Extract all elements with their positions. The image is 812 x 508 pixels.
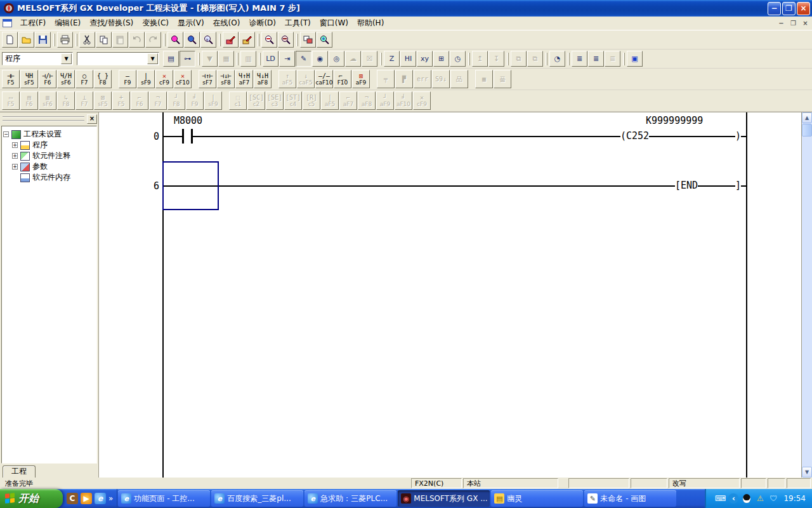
expand-icon[interactable]: + — [12, 153, 18, 159]
menu-window[interactable]: 窗口(W) — [315, 16, 353, 30]
fkey-falling-pulse[interactable]: ⊣↓⊢sF8 — [217, 70, 235, 88]
fkey-rising-pulse[interactable]: ⊣↑⊢sF7 — [199, 70, 216, 88]
print-button[interactable] — [57, 32, 73, 48]
start-button[interactable]: 开始 — [0, 489, 63, 508]
fkey-parallel-closed-contact[interactable]: Ч/НsF6 — [57, 70, 75, 88]
find-device-button[interactable] — [167, 32, 183, 48]
chevron-down-icon[interactable]: ▼ — [61, 53, 72, 64]
menu-tools[interactable]: 工具(T) — [280, 16, 315, 30]
panel-close-icon[interactable]: × — [87, 114, 97, 124]
fkey-parallel-open-contact[interactable]: ЧНsF5 — [20, 70, 38, 88]
fkey-delete-line[interactable]: ⊠aF9 — [352, 70, 370, 88]
menu-help[interactable]: 帮助(H) — [353, 16, 388, 30]
quicklaunch-more-icon[interactable]: » — [108, 494, 113, 503]
tab-project[interactable]: 工程 — [3, 465, 36, 478]
comment-edit-button[interactable] — [223, 32, 239, 48]
fkey-parallel-rising-pulse[interactable]: Ч↑НaF7 — [235, 70, 253, 88]
mdi-close-button[interactable]: × — [800, 18, 811, 28]
collapse-icon[interactable]: − — [3, 131, 9, 137]
taskbar-task-youling[interactable]: ▤幽灵 — [491, 490, 583, 507]
scrollbar-thumb[interactable] — [802, 124, 812, 137]
cut-button[interactable] — [79, 32, 95, 48]
ladder-logic-test-button[interactable]: LD — [263, 51, 278, 67]
taskbar-task-baidu[interactable]: e百度搜索_三菱pl... — [211, 490, 303, 507]
window-arrange-button[interactable] — [300, 32, 316, 48]
tree-item-parameter[interactable]: + 参数 — [3, 161, 95, 172]
statement-edit-button[interactable] — [239, 32, 255, 48]
device-find-button[interactable]: xy — [417, 51, 433, 67]
taskbar-task-paint[interactable]: ✎未命名 - 画图 — [584, 490, 676, 507]
menu-convert[interactable]: 变换(C) — [138, 16, 173, 30]
program-type-combo[interactable]: 程序▼ — [2, 52, 73, 65]
mdi-minimize-button[interactable]: − — [776, 18, 787, 28]
monitor-write-mode-button[interactable]: ◎ — [329, 51, 344, 67]
clock-setting-button[interactable]: ◷ — [450, 51, 466, 67]
open-project-button[interactable] — [18, 32, 34, 48]
fkey-line-edit[interactable]: ⌐_F10 — [334, 70, 351, 88]
write-mode-button[interactable]: ✎ — [296, 51, 311, 67]
read-mode-button[interactable]: ⇥ — [279, 51, 295, 67]
qq-icon[interactable] — [742, 493, 752, 504]
ladder-edit-cursor[interactable] — [162, 161, 219, 210]
fkey-application-instruction[interactable]: { }F8 — [94, 70, 112, 88]
find-string-button[interactable]: a — [200, 32, 216, 48]
end-instruction[interactable]: [END — [675, 180, 698, 190]
annotation-edit-button[interactable]: ▤ — [163, 51, 179, 67]
menu-view[interactable]: 显示(V) — [173, 16, 209, 30]
fkey-horizontal-line[interactable]: —F9 — [119, 70, 136, 88]
fkey-delete-horizontal-line[interactable]: ✕cF9 — [155, 70, 173, 88]
fkey-coil[interactable]: ◯F7 — [75, 70, 93, 88]
contact-coil-find-button[interactable]: HI — [400, 51, 416, 67]
minimize-button[interactable]: − — [768, 2, 781, 15]
language-bar-icon[interactable]: ‹ — [728, 493, 738, 504]
expand-icon[interactable]: + — [12, 164, 18, 170]
monitor-search-button[interactable]: ◔ — [549, 51, 565, 67]
chevron-down-icon[interactable]: ▼ — [147, 53, 158, 64]
fkey-parallel-falling-pulse[interactable]: Ч↓НaF8 — [254, 70, 272, 88]
scroll-up-icon[interactable]: ▲ — [802, 112, 812, 123]
project-search-button[interactable] — [317, 32, 332, 48]
project-data-list-button[interactable]: ⊶ — [180, 51, 195, 67]
fkey-vertical-line[interactable]: |sF9 — [137, 70, 155, 88]
taskbar-task-gongneng[interactable]: e功能页面 - 工控... — [118, 490, 210, 507]
tree-item-device-memory[interactable]: 软元件内存 — [3, 172, 95, 183]
line-statement-button-2[interactable]: ≣ — [588, 51, 604, 67]
media-player-icon[interactable]: ▶ — [81, 493, 92, 504]
taskbar-clock[interactable]: 19:54 — [783, 494, 806, 503]
coil-device-label[interactable]: (C252 — [620, 131, 649, 141]
panel-drag-handle[interactable] — [3, 116, 84, 121]
menu-online[interactable]: 在线(O) — [209, 16, 245, 30]
security-shield-icon[interactable]: 🛡 — [768, 493, 778, 504]
zoom-out-button[interactable] — [278, 32, 294, 48]
fkey-delete-vertical-line[interactable]: ✕cF10 — [174, 70, 192, 88]
screen-display-button[interactable]: ▣ — [627, 51, 643, 67]
menu-edit[interactable]: 编辑(E) — [50, 16, 85, 30]
save-button[interactable] — [35, 32, 51, 48]
restore-button[interactable]: ❐ — [782, 2, 796, 15]
data-name-combo[interactable]: ▼ — [77, 52, 159, 65]
find-instruction-button[interactable] — [184, 32, 200, 48]
taskbar-task-help[interactable]: e急求助：三菱PLC... — [304, 490, 396, 507]
tree-root-project[interactable]: − 工程未设置 — [3, 129, 95, 140]
menu-diagnostics[interactable]: 诊断(D) — [244, 16, 280, 30]
scroll-down-icon[interactable]: ▼ — [802, 467, 812, 478]
fkey-open-contact[interactable]: ⊣⊢F5 — [2, 70, 20, 88]
device-batch-button[interactable]: ⊞ — [433, 51, 449, 67]
fkey-invert-result[interactable]: —/—caF10 — [315, 70, 333, 88]
alert-icon[interactable]: ⚠ — [755, 493, 765, 504]
new-project-button[interactable] — [2, 32, 18, 48]
copy-button[interactable] — [96, 32, 112, 48]
vertical-scrollbar[interactable]: ▲ ▼ — [801, 112, 812, 478]
fkey-closed-contact[interactable]: ⊣/⊢F6 — [39, 70, 56, 88]
close-button[interactable]: × — [797, 2, 810, 15]
counter-set-value[interactable]: K999999999 — [646, 116, 703, 126]
quicklaunch-app-icon[interactable]: C — [67, 493, 78, 504]
internet-explorer-icon[interactable]: e — [95, 493, 106, 504]
expand-icon[interactable]: + — [12, 142, 18, 148]
mdi-child-icon[interactable] — [3, 19, 12, 27]
tree-item-device-comment[interactable]: + 软元件注释 — [3, 150, 95, 161]
taskbar-task-melsoft[interactable]: ◉MELSOFT系列 GX ... — [398, 490, 490, 507]
instruction-help-button[interactable]: Z — [384, 51, 400, 67]
ladder-editor[interactable]: 0 M8000 K999999999 (C252 ) 6 [END ] — [99, 112, 801, 478]
scrollbar-track[interactable] — [802, 137, 812, 467]
